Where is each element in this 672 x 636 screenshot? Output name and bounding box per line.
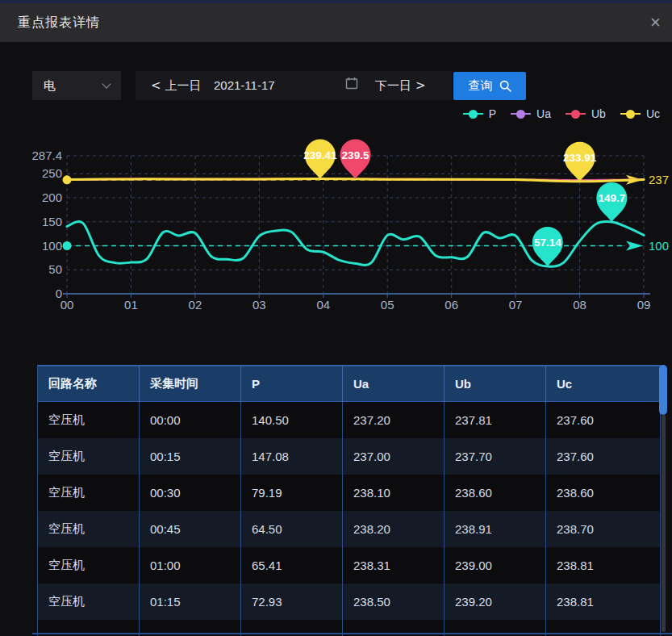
- mark-point-pin: 149.7: [596, 182, 627, 222]
- x-axis-label: 08: [573, 298, 586, 312]
- legend-item-ua[interactable]: Ua: [511, 107, 551, 120]
- x-axis-label: 02: [189, 298, 202, 312]
- table-cell: 147.08: [241, 438, 343, 475]
- x-axis-label: 09: [637, 298, 651, 312]
- table-header-row: 回路名称采集时间PUaUbUc: [38, 365, 661, 402]
- column-header: Uc: [546, 365, 661, 402]
- table-row: 空压机01:0065.41238.31239.00238.81: [38, 547, 661, 584]
- category-select[interactable]: 电: [32, 71, 121, 100]
- legend-item-ub[interactable]: Ub: [566, 107, 606, 120]
- svg-text:233.91: 233.91: [563, 152, 597, 164]
- chart-area[interactable]: 237100239.41239.5233.91149.757.14287.425…: [0, 125, 672, 327]
- table-row: 空压机01:1572.93238.50239.20238.81: [38, 584, 661, 620]
- table-cell: 239.00: [445, 547, 546, 584]
- date-input[interactable]: 2021-11-17: [214, 71, 303, 100]
- table-cell: 00:15: [140, 438, 241, 475]
- table-cell: 239.20: [445, 584, 546, 620]
- table-cell: 237.60: [546, 438, 661, 475]
- table-cell: 237.60: [546, 402, 661, 438]
- query-button[interactable]: 查询: [453, 72, 526, 100]
- table-cell: 238.10: [343, 475, 445, 511]
- query-button-label: 查询: [469, 78, 493, 94]
- x-axis-label: 00: [61, 298, 74, 312]
- table-cell: 00:00: [140, 402, 241, 438]
- chart-svg[interactable]: 237100239.41239.5233.91149.757.14287.425…: [0, 125, 672, 327]
- table-cell: 空压机: [38, 475, 140, 511]
- legend-marker-icon: [566, 113, 586, 115]
- next-day-button[interactable]: 下一日>: [375, 71, 430, 100]
- table-cell: 01:15: [140, 584, 241, 620]
- svg-text:239.5: 239.5: [342, 149, 369, 161]
- table-cell: 00:30: [140, 475, 241, 511]
- table-cell: 64.50: [241, 511, 343, 547]
- table-row: 空压机00:3079.19238.10238.60238.60: [38, 475, 661, 511]
- table-cell: 140.50: [241, 402, 343, 438]
- y-axis-label: 100: [42, 239, 62, 253]
- mark-point-pin: 239.41: [303, 140, 337, 179]
- legend-label: P: [489, 107, 496, 120]
- y-axis-label: 200: [42, 190, 62, 204]
- x-axis-label: 01: [124, 298, 138, 312]
- scrollbar-track[interactable]: [662, 415, 666, 632]
- svg-text:239.41: 239.41: [303, 149, 337, 161]
- table-cell: 空压机: [38, 511, 140, 547]
- column-header: 采集时间: [140, 365, 241, 402]
- calendar-icon[interactable]: [345, 71, 358, 100]
- column-header: 回路名称: [38, 365, 140, 402]
- table-cell: 238.60: [445, 475, 546, 511]
- titlebar: 重点报表详情 ×: [0, 3, 672, 42]
- scrollbar-thumb[interactable]: [659, 365, 667, 415]
- table-row: 空压机00:00140.50237.20237.81237.60: [38, 402, 661, 438]
- mark-point-pin: 57.14: [532, 227, 563, 266]
- legend-marker-icon: [463, 113, 483, 115]
- chevron-down-icon: [102, 79, 111, 88]
- table-cell: 空压机: [38, 402, 140, 438]
- table-cell: 72.93: [241, 584, 343, 620]
- table-cell: 空压机: [38, 547, 140, 584]
- mark-point-pin: 233.91: [563, 142, 597, 182]
- column-header: Ub: [445, 365, 546, 402]
- table-cell: 237.00: [343, 438, 445, 475]
- prev-day-button[interactable]: <上一日: [147, 71, 202, 100]
- x-axis-label: 04: [316, 298, 330, 312]
- legend-label: Uc: [646, 107, 660, 120]
- table-cell: 237.20: [343, 402, 445, 438]
- report-table: 回路名称采集时间PUaUbUc 空压机00:00140.50237.20237.…: [37, 365, 661, 636]
- table-body: 空压机00:00140.50237.20237.81237.60空压机00:15…: [38, 402, 661, 636]
- table-cell: 79.19: [241, 475, 343, 511]
- x-axis-label: 07: [509, 298, 523, 312]
- table-cell: 空压机: [38, 438, 140, 475]
- table-cell: 00:45: [140, 511, 241, 547]
- x-axis-label: 03: [253, 298, 266, 312]
- table-cell: 238.91: [445, 511, 546, 547]
- table-cell: 238.81: [546, 584, 661, 620]
- table-row: 空压机00:15147.08237.00237.70237.60: [38, 438, 661, 475]
- legend-marker-icon: [620, 113, 641, 115]
- table-cell: 238.31: [343, 547, 445, 584]
- table-cell: 237.70: [445, 438, 546, 475]
- x-axis-label: 05: [381, 298, 394, 312]
- legend-item-p[interactable]: P: [463, 107, 496, 120]
- legend-label: Ub: [591, 107, 606, 120]
- mark-point-pin: 239.5: [340, 140, 371, 179]
- chart-legend: PUaUbUc: [463, 107, 660, 120]
- search-icon: [499, 80, 511, 92]
- table-cell: 237.81: [445, 402, 546, 438]
- table-cell: 238.70: [546, 511, 661, 547]
- legend-label: Ua: [536, 107, 551, 120]
- x-axis-label: 06: [445, 298, 458, 312]
- chevron-right-icon: >: [411, 78, 430, 93]
- panel-bottom-border: [32, 633, 672, 634]
- legend-item-uc[interactable]: Uc: [620, 107, 660, 120]
- table-cell: 238.20: [343, 511, 445, 547]
- svg-text:149.7: 149.7: [598, 192, 625, 204]
- mark-line-label: 237: [649, 173, 669, 186]
- y-axis-label: 50: [48, 262, 62, 276]
- y-axis-label: 250: [42, 166, 62, 180]
- y-axis-label: 287.4: [31, 149, 62, 162]
- close-icon[interactable]: ×: [650, 3, 661, 42]
- mark-line-label: 100: [649, 239, 669, 253]
- table-cell: 238.81: [546, 547, 661, 584]
- date-navigation: <上一日 2021-11-17 下一日>: [136, 71, 452, 100]
- table-row: 空压机00:4564.50238.20238.91238.70: [38, 511, 661, 547]
